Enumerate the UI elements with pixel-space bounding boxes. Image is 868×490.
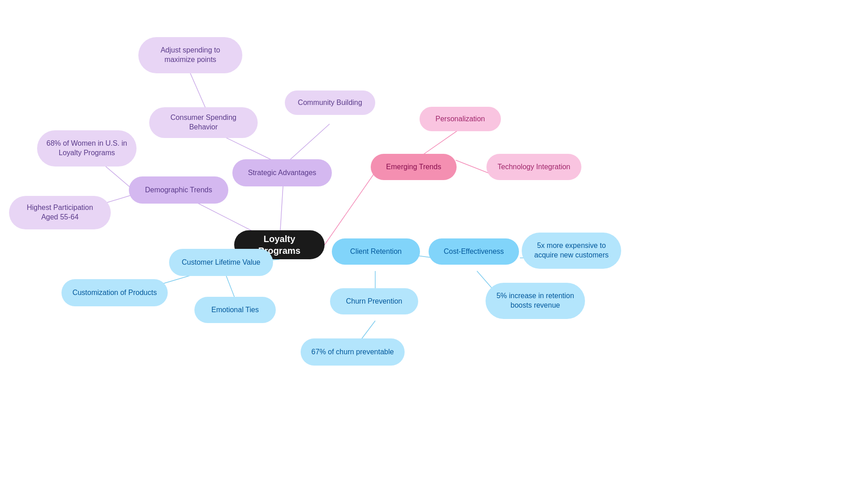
client-retention-node: Client Retention [332, 238, 420, 265]
svg-line-18 [477, 271, 493, 289]
demographic-trends-node: Demographic Trends [129, 176, 228, 204]
emotional-ties-node: Emotional Ties [194, 297, 276, 323]
community-building-node: Community Building [285, 90, 375, 115]
cost-effectiveness-node: Cost-Effectiveness [429, 238, 519, 265]
svg-line-7 [325, 173, 374, 245]
svg-line-9 [456, 160, 489, 173]
highest-participation-node: Highest Participation Aged 55-64 [9, 196, 111, 229]
five-x-expensive-node: 5x more expensive to acquire new custome… [522, 233, 621, 269]
churn-prevention-node: Churn Prevention [330, 288, 418, 314]
consumer-spending-node: Consumer Spending Behavior [149, 107, 258, 138]
customer-lifetime-node: Customer Lifetime Value [169, 249, 273, 276]
five-percent-node: 5% increase in retention boosts revenue [486, 283, 585, 319]
personalization-node: Personalization [420, 107, 501, 131]
women-loyalty-node: 68% of Women in U.S. in Loyalty Programs [37, 130, 137, 167]
churn-preventable-node: 67% of churn preventable [301, 338, 405, 366]
emerging-trends-node: Emerging Trends [371, 154, 457, 180]
technology-integration-node: Technology Integration [486, 154, 581, 180]
adjust-spending-node: Adjust spending to maximize points [138, 37, 242, 73]
customization-node: Customization of Products [61, 279, 168, 306]
strategic-advantages-node: Strategic Advantages [232, 159, 332, 186]
